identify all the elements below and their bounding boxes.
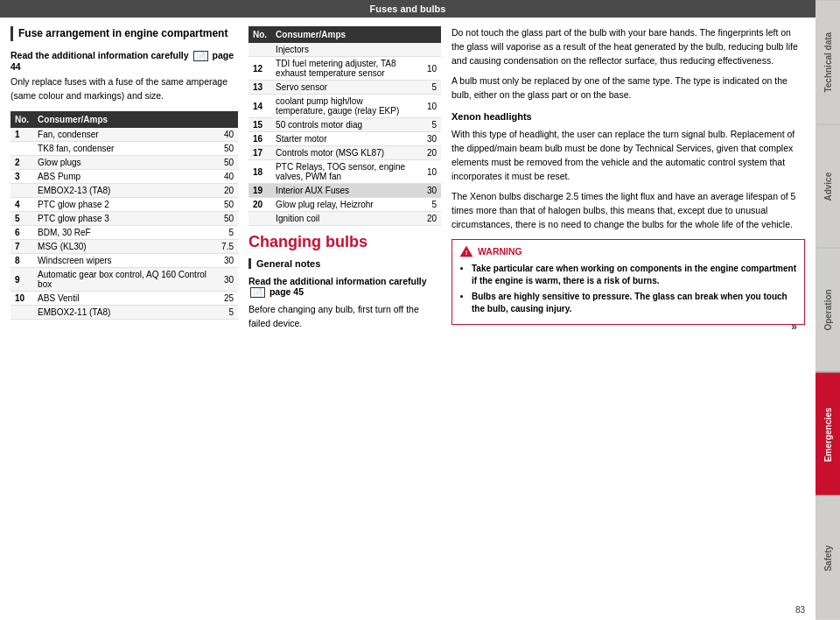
middle-column: No. Consumer/Amps Injectors12TDI fuel me… bbox=[248, 26, 441, 591]
warning-header: ! WARNING bbox=[459, 245, 797, 259]
mid-fuse-table: No. Consumer/Amps Injectors12TDI fuel me… bbox=[248, 26, 441, 226]
table-row: Injectors bbox=[248, 43, 441, 57]
xenon-para1: With this type of headlight, the user ca… bbox=[452, 128, 805, 183]
mid-col-consumer: Consumer/Amps bbox=[271, 26, 441, 43]
warning-list: Take particular care when working on com… bbox=[459, 263, 797, 315]
fuse-consumer: Fan, condenser bbox=[33, 128, 212, 142]
fuse-consumer: ABS Ventil bbox=[33, 292, 212, 306]
xenon-para2: The Xenon bulbs discharge 2.5 times the … bbox=[452, 190, 805, 231]
table-row: 1550 controls motor diag5 bbox=[248, 118, 441, 132]
fuse-number: 5 bbox=[10, 212, 33, 226]
fuse-number bbox=[10, 184, 33, 198]
svg-text:!: ! bbox=[466, 249, 468, 257]
fuse-amps: 5 bbox=[415, 118, 441, 132]
right-column: Do not touch the glass part of the bulb … bbox=[452, 26, 805, 591]
table-row: EMBOX2-13 (TA8)20 bbox=[10, 184, 238, 198]
warning-item: Bulbs are highly sensitive to pressure. … bbox=[472, 291, 797, 315]
fuse-amps: 25 bbox=[212, 292, 238, 306]
warning-item: Take particular care when working on com… bbox=[472, 263, 797, 287]
top-bar-title: Fuses and bulbs bbox=[370, 4, 446, 14]
table-row: EMBOX2-11 (TA8)5 bbox=[10, 306, 238, 320]
table-row: 13Servo sensor5 bbox=[248, 81, 441, 95]
right-para1: Do not touch the glass part of the bulb … bbox=[452, 26, 805, 67]
xenon-title: Xenon headlights bbox=[452, 109, 805, 124]
fuse-amps: 30 bbox=[212, 254, 238, 268]
fuse-number: 16 bbox=[248, 132, 271, 146]
table-row: 7MSG (KL30)7.5 bbox=[10, 240, 238, 254]
changing-bulbs-title: Changing bulbs bbox=[248, 233, 441, 251]
fuse-consumer: Glow plugs bbox=[33, 156, 212, 170]
fuse-consumer: Interior AUX Fuses bbox=[271, 184, 415, 198]
table-row: 9Automatic gear box control, AQ 160 Cont… bbox=[10, 268, 238, 292]
fuse-amps: 5 bbox=[415, 81, 441, 95]
fuse-number: 20 bbox=[248, 198, 271, 212]
table-row: 5PTC glow phase 350 bbox=[10, 212, 238, 226]
fuse-amps: 10 bbox=[415, 95, 441, 118]
mid-col-no: No. bbox=[248, 26, 271, 43]
fuse-amps: 5 bbox=[212, 226, 238, 240]
fuse-consumer: BDM, 30 ReF bbox=[33, 226, 212, 240]
table-row: 1Fan, condenser40 bbox=[10, 128, 238, 142]
fuse-amps: 5 bbox=[415, 198, 441, 212]
fuse-number: 13 bbox=[248, 81, 271, 95]
fuse-consumer: PTC glow phase 3 bbox=[33, 212, 212, 226]
section-title-text: Fuse arrangement in engine compartment bbox=[18, 27, 228, 39]
fuse-amps: 20 bbox=[415, 146, 441, 160]
book-icon-mid: 📄 bbox=[250, 287, 265, 298]
fuse-amps bbox=[415, 43, 441, 57]
fuse-consumer: Controls motor (MSG KL87) bbox=[271, 146, 415, 160]
fuse-consumer: Glow plug relay, Heizrohr bbox=[271, 198, 415, 212]
table-row: 14coolant pump high/low temperature, gau… bbox=[248, 95, 441, 118]
fuse-amps: 40 bbox=[212, 170, 238, 184]
fuse-amps: 30 bbox=[415, 184, 441, 198]
sidebar-tab[interactable]: Operation bbox=[816, 248, 840, 372]
fuse-number: 6 bbox=[10, 226, 33, 240]
fuse-amps: 7.5 bbox=[212, 240, 238, 254]
left-column: Fuse arrangement in engine compartment R… bbox=[10, 26, 238, 591]
col-no: No. bbox=[10, 111, 33, 128]
fuse-number: 1 bbox=[10, 128, 33, 142]
table-row: 3ABS Pump40 bbox=[10, 170, 238, 184]
fuse-consumer: TK8 fan, condenser bbox=[33, 142, 212, 156]
fuse-number: 17 bbox=[248, 146, 271, 160]
sidebar-tab[interactable]: Safety bbox=[816, 496, 840, 620]
fuse-consumer: MSG (KL30) bbox=[33, 240, 212, 254]
sidebar-tab[interactable]: Technical data bbox=[816, 0, 840, 124]
left-fuse-table: No. Consumer/Amps 1Fan, condenser40TK8 f… bbox=[10, 111, 238, 320]
table-row: 6BDM, 30 ReF5 bbox=[10, 226, 238, 240]
fuse-number: 9 bbox=[10, 268, 33, 292]
read-info-left: Read the additional information carefull… bbox=[10, 50, 238, 72]
fuse-consumer: EMBOX2-13 (TA8) bbox=[33, 184, 212, 198]
table-row: 8Windscreen wipers30 bbox=[10, 254, 238, 268]
fuse-amps: 50 bbox=[212, 142, 238, 156]
fuse-consumer: TDI fuel metering adjuster, TA8 exhaust … bbox=[271, 57, 415, 81]
table-row: 10ABS Ventil25 bbox=[10, 292, 238, 306]
table-row: 17Controls motor (MSG KL87)20 bbox=[248, 146, 441, 160]
fuse-number: 15 bbox=[248, 118, 271, 132]
fuse-consumer: coolant pump high/low temperature, gauge… bbox=[271, 95, 415, 118]
right-arrow-icon: » bbox=[791, 319, 797, 335]
sidebar-tab[interactable]: Advice bbox=[816, 124, 840, 249]
fuse-number: 4 bbox=[10, 198, 33, 212]
fuse-number: 18 bbox=[248, 160, 271, 184]
sidebar-tab[interactable]: Emergencies bbox=[816, 372, 840, 497]
right-para2: A bulb must only be replaced by one of t… bbox=[452, 74, 805, 102]
read-info-mid: Read the additional information carefull… bbox=[248, 276, 441, 298]
fuse-consumer: EMBOX2-11 (TA8) bbox=[33, 306, 212, 320]
fuse-amps: 10 bbox=[415, 160, 441, 184]
fuse-consumer: Windscreen wipers bbox=[33, 254, 212, 268]
fuse-number bbox=[10, 142, 33, 156]
table-row: Ignition coil20 bbox=[248, 212, 441, 226]
col-consumer: Consumer/Amps bbox=[33, 111, 238, 128]
fuse-number: 10 bbox=[10, 292, 33, 306]
fuse-amps: 20 bbox=[212, 184, 238, 198]
section-title-left: Fuse arrangement in engine compartment bbox=[10, 26, 238, 41]
fuse-number bbox=[10, 306, 33, 320]
warning-box: ! WARNING Take particular care when work… bbox=[452, 239, 805, 326]
fuse-number bbox=[248, 43, 271, 57]
fuse-number: 7 bbox=[10, 240, 33, 254]
fuse-amps: 50 bbox=[212, 212, 238, 226]
fuse-amps: 50 bbox=[212, 198, 238, 212]
fuse-number: 14 bbox=[248, 95, 271, 118]
fuse-amps: 10 bbox=[415, 57, 441, 81]
